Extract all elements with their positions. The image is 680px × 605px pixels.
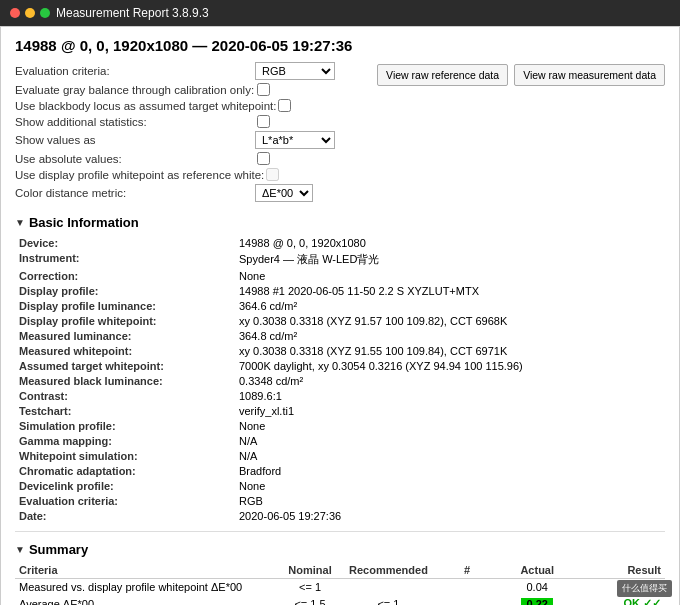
table-row: Measured whitepoint:xy 0.3038 0.3318 (XY… <box>15 343 665 358</box>
info-value: verify_xl.ti1 <box>235 403 665 418</box>
info-value: xy 0.3038 0.3318 (XYZ 91.57 100 109.82),… <box>235 313 665 328</box>
basic-info-header: ▼ Basic Information <box>15 215 665 230</box>
info-value: 364.6 cd/m² <box>235 298 665 313</box>
info-value: None <box>235 418 665 433</box>
summary-header: ▼ Summary <box>15 542 665 557</box>
info-value: 14988 @ 0, 0, 1920x1080 <box>235 235 665 250</box>
window-title: Measurement Report 3.8.9.3 <box>56 6 209 20</box>
maximize-button[interactable] <box>40 8 50 18</box>
collapse-triangle[interactable]: ▼ <box>15 217 25 228</box>
info-label: Evaluation criteria: <box>15 493 235 508</box>
info-value: None <box>235 478 665 493</box>
absolute-values-checkbox[interactable] <box>257 152 270 165</box>
table-row: Devicelink profile:None <box>15 478 665 493</box>
table-row: Simulation profile:None <box>15 418 665 433</box>
table-row: Assumed target whitepoint:7000K daylight… <box>15 358 665 373</box>
table-row: Device:14988 @ 0, 0, 1920x1080 <box>15 235 665 250</box>
table-row: Measured luminance:364.8 cd/m² <box>15 328 665 343</box>
criteria-label: Measured vs. display profile whitepoint … <box>15 579 275 596</box>
recommended-value <box>345 579 432 596</box>
report-title: 14988 @ 0, 0, 1920x1080 — 2020-06-05 19:… <box>15 37 665 54</box>
info-value: 0.3348 cd/m² <box>235 373 665 388</box>
info-label: Assumed target whitepoint: <box>15 358 235 373</box>
table-row: Gamma mapping:N/A <box>15 433 665 448</box>
recommended-value: <= 1 <box>345 595 432 605</box>
info-label: Instrument: <box>15 250 235 268</box>
nominal-value: <= 1.5 <box>275 595 345 605</box>
info-value: None <box>235 268 665 283</box>
info-value: 1089.6:1 <box>235 388 665 403</box>
col-header-actual: Actual <box>502 562 572 579</box>
close-button[interactable] <box>10 8 20 18</box>
info-label: Date: <box>15 508 235 523</box>
show-values-label: Show values as <box>15 134 255 146</box>
info-label: Chromatic adaptation: <box>15 463 235 478</box>
table-row: Correction:None <box>15 268 665 283</box>
view-raw-measurement-button[interactable]: View raw measurement data <box>514 64 665 86</box>
basic-info-table: Device:14988 @ 0, 0, 1920x1080Instrument… <box>15 235 665 523</box>
blackbody-label: Use blackbody locus as assumed target wh… <box>15 100 276 112</box>
actual-value: 0.04 <box>502 579 572 596</box>
info-value: xy 0.3038 0.3318 (XYZ 91.55 100 109.84),… <box>235 343 665 358</box>
display-profile-label: Use display profile whitepoint as refere… <box>15 169 264 181</box>
blackbody-checkbox[interactable] <box>278 99 291 112</box>
info-label: Whitepoint simulation: <box>15 448 235 463</box>
table-row: Display profile whitepoint:xy 0.3038 0.3… <box>15 313 665 328</box>
watermark: 什么值得买 <box>617 580 672 597</box>
info-label: Display profile luminance: <box>15 298 235 313</box>
hash-value <box>432 579 502 596</box>
table-row: Chromatic adaptation:Bradford <box>15 463 665 478</box>
info-value: 14988 #1 2020-06-05 11-50 2.2 S XYZLUT+M… <box>235 283 665 298</box>
absolute-values-label: Use absolute values: <box>15 153 255 165</box>
actual-value: 0.22 <box>502 595 572 605</box>
view-raw-reference-button[interactable]: View raw reference data <box>377 64 508 86</box>
color-distance-label: Color distance metric: <box>15 187 255 199</box>
info-label: Contrast: <box>15 388 235 403</box>
col-header-result: Result <box>572 562 665 579</box>
summary-collapse-triangle[interactable]: ▼ <box>15 544 25 555</box>
info-value: 7000K daylight, xy 0.3054 0.3216 (XYZ 94… <box>235 358 665 373</box>
info-value: Spyder4 — 液晶 W-LED背光 <box>235 250 665 268</box>
info-value: 364.8 cd/m² <box>235 328 665 343</box>
hash-value <box>432 595 502 605</box>
minimize-button[interactable] <box>25 8 35 18</box>
info-label: Measured black luminance: <box>15 373 235 388</box>
col-header-nominal: Nominal <box>275 562 345 579</box>
table-row: Evaluation criteria:RGB <box>15 493 665 508</box>
eval-criteria-label: Evaluation criteria: <box>15 65 255 77</box>
info-label: Display profile whitepoint: <box>15 313 235 328</box>
table-row: Average ΔE*00 <= 1.5 <= 1 0.22 OK ✓✓ <box>15 595 665 605</box>
table-row: Testchart:verify_xl.ti1 <box>15 403 665 418</box>
col-header-hash: # <box>432 562 502 579</box>
info-label: Measured luminance: <box>15 328 235 343</box>
traffic-lights <box>10 8 50 18</box>
col-header-recommended: Recommended <box>345 562 432 579</box>
additional-stats-label: Show additional statistics: <box>15 116 255 128</box>
info-value: N/A <box>235 448 665 463</box>
info-label: Measured whitepoint: <box>15 343 235 358</box>
info-label: Simulation profile: <box>15 418 235 433</box>
info-label: Gamma mapping: <box>15 433 235 448</box>
info-value: 2020-06-05 19:27:36 <box>235 508 665 523</box>
eval-criteria-select[interactable]: RGB <box>255 62 335 80</box>
info-label: Display profile: <box>15 283 235 298</box>
info-label: Testchart: <box>15 403 235 418</box>
info-label: Device: <box>15 235 235 250</box>
criteria-label: Average ΔE*00 <box>15 595 275 605</box>
display-profile-checkbox[interactable] <box>266 168 279 181</box>
gray-balance-checkbox[interactable] <box>257 83 270 96</box>
summary-table: Criteria Nominal Recommended # Actual Re… <box>15 562 665 605</box>
table-row: Display profile luminance:364.6 cd/m² <box>15 298 665 313</box>
color-distance-select[interactable]: ΔE*00 <box>255 184 313 202</box>
col-header-criteria: Criteria <box>15 562 275 579</box>
table-row: Instrument:Spyder4 — 液晶 W-LED背光 <box>15 250 665 268</box>
show-values-select[interactable]: L*a*b* <box>255 131 335 149</box>
table-row: Whitepoint simulation:N/A <box>15 448 665 463</box>
info-value: RGB <box>235 493 665 508</box>
additional-stats-checkbox[interactable] <box>257 115 270 128</box>
info-value: Bradford <box>235 463 665 478</box>
gray-balance-label: Evaluate gray balance through calibratio… <box>15 84 255 96</box>
table-row: Measured vs. display profile whitepoint … <box>15 579 665 596</box>
table-row: Date:2020-06-05 19:27:36 <box>15 508 665 523</box>
nominal-value: <= 1 <box>275 579 345 596</box>
